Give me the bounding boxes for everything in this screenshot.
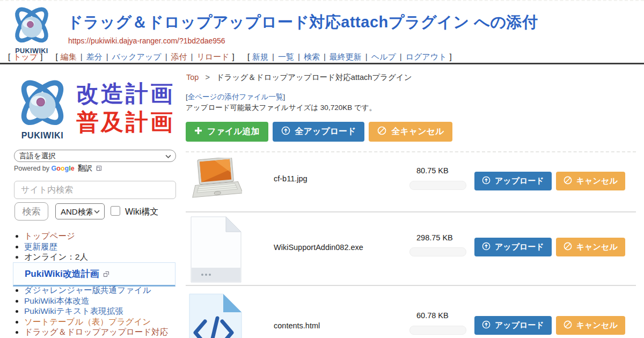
nav-link-backup[interactable]: バックアップ (112, 52, 162, 61)
upload-progress-bar (409, 326, 466, 335)
list-item: ドラッグ＆ドロップアップロード対応attachプラグイン (24, 327, 186, 338)
google-logo: Google (52, 165, 75, 172)
all-attachments-link[interactable]: 全ページの添付ファイル一覧 (188, 93, 283, 101)
nav-group-site-actions: [新規|一覧|検索|最終更新|ヘルプ|ログアウト] (245, 52, 455, 61)
header-divider (0, 63, 644, 64)
nav-link-help[interactable]: ヘルプ (371, 52, 396, 61)
upload-all-button[interactable]: 全アップロード (273, 122, 365, 142)
generic-file-icon (191, 216, 241, 283)
sidebar-logo[interactable]: PUKIWIKI 改造計画 普及計画 (10, 75, 175, 141)
upload-button[interactable]: アップロード (474, 316, 552, 335)
add-files-button[interactable]: ファイル追加 (186, 122, 268, 142)
circle-arrow-up-icon (482, 242, 491, 252)
upload-toolbar: ファイル追加 全アップロード 全キャンセル (186, 122, 452, 142)
ban-icon (564, 320, 572, 330)
list-item: PukiWiki本体改造 (24, 296, 186, 306)
ban-icon (564, 242, 572, 252)
nav-link-recent[interactable]: 最終更新 (330, 52, 362, 61)
file-name: cf-b11.jpg (274, 174, 308, 183)
sidebar-logo-slogan: 改造計画 普及計画 (76, 79, 175, 136)
translate-label[interactable]: 翻訳 (78, 164, 92, 172)
nav-group-page-actions: [編集|差分|バックアップ|添付|リロード] (53, 52, 237, 61)
breadcrumb: Top > ドラッグ＆ドロップアップロード対応attachプラグイン (186, 72, 412, 83)
max-upload-size-text: アップロード可能最大ファイルサイズは 30,720KB です。 (186, 103, 376, 113)
search-button[interactable]: 検索 (14, 202, 48, 221)
nav-link-logout[interactable]: ログアウト (406, 52, 447, 61)
upload-file-row: cf-b11.jpg 80.75 KB アップロード キャンセル (186, 152, 636, 211)
circle-arrow-up-icon (482, 320, 491, 330)
circle-arrow-up-icon (281, 126, 290, 137)
sidebar-heading-link[interactable]: PukiWiki改造計画 (25, 269, 99, 279)
ban-icon (377, 126, 386, 137)
file-size: 60.78 KB (416, 311, 449, 320)
sidebar-link-dragdrop-attach[interactable]: ドラッグ＆ドロップアップロード対応attachプラグイン (24, 327, 168, 338)
nav-link-attach[interactable]: 添付 (171, 52, 187, 61)
plus-icon (194, 127, 202, 137)
cancel-all-button[interactable]: 全キャンセル (369, 122, 452, 142)
file-size: 298.75 KB (416, 233, 453, 242)
wiki-syntax-checkbox[interactable] (111, 206, 120, 216)
language-select-wrap: 言語を選択 (14, 150, 176, 162)
nav-link-search[interactable]: 検索 (304, 52, 320, 61)
html-code-file-icon (189, 293, 242, 338)
cancel-button[interactable]: キャンセル (556, 316, 625, 335)
nav-link-reload[interactable]: リロード (196, 52, 229, 61)
circle-arrow-up-icon (482, 176, 491, 186)
file-name: WikiSupportAddin082.exe (274, 243, 363, 252)
row-actions: アップロード キャンセル (474, 238, 625, 256)
list-item: ソートテーブル（表）プラグイン (24, 317, 186, 327)
wiki-syntax-label: Wiki構文 (125, 207, 158, 218)
list-item: 更新履歴 (24, 242, 185, 252)
top-navigation: [トップ] [編集|差分|バックアップ|添付|リロード] [新規|一覧|検索|最… (5, 52, 460, 62)
list-item: PukiWikiテキスト表現拡張 (24, 306, 186, 317)
upload-button[interactable]: アップロード (474, 238, 552, 256)
pukiwiki-atom-icon: PUKIWIKI (10, 75, 75, 141)
site-logo[interactable]: PUKIWIKI (9, 3, 55, 55)
sidebar-link-text-extension[interactable]: PukiWikiテキスト表現拡張 (24, 306, 123, 315)
language-select[interactable]: 言語を選択 (14, 150, 176, 162)
upload-progress-bar (409, 247, 466, 256)
page-title: ドラッグ＆ドロップアップロード対応attachプラグイン への添付 (67, 12, 604, 33)
nav-group-home: [トップ] (5, 52, 45, 61)
sidebar-link-common-files[interactable]: ダジャレンジャー版共通ファイル (24, 285, 151, 295)
all-attachments-line: [全ページの添付ファイル一覧] (186, 92, 285, 102)
sidebar-link-top-page[interactable]: トップページ (24, 231, 75, 240)
slogan-line-kaizou: 改造計画 (76, 79, 175, 108)
laptop-photo-thumbnail (191, 158, 242, 202)
page-url-link[interactable]: https://pukiwiki.dajya-ranger.com/?1bd2d… (68, 36, 225, 45)
upload-file-row: WikiSupportAddin082.exe 298.75 KB アップロード… (186, 212, 636, 285)
sidebar-online-count: オンライン：2人 (24, 252, 185, 262)
external-link-icon (96, 165, 102, 171)
row-actions: アップロード キャンセル (474, 172, 625, 190)
list-item: ダジャレンジャー版共通ファイル (24, 285, 186, 296)
site-search-input[interactable] (14, 181, 176, 199)
sidebar-section-heading: PukiWiki改造計画 (13, 262, 175, 286)
nav-link-new[interactable]: 新規 (252, 52, 268, 61)
pukiwiki-attach-page: PUKIWIKI ドラッグ＆ドロップアップロード対応attachプラグイン への… (0, 0, 644, 338)
nav-link-list[interactable]: 一覧 (278, 52, 294, 61)
breadcrumb-separator: > (205, 73, 209, 82)
cancel-button[interactable]: キャンセル (556, 238, 625, 256)
search-mode-select[interactable]: AND検索 (55, 203, 105, 219)
search-mode-select-wrap: AND検索 (55, 203, 105, 219)
cancel-button[interactable]: キャンセル (556, 172, 625, 190)
external-link-icon (103, 271, 109, 277)
slogan-line-fukyuu: 普及計画 (76, 108, 175, 136)
row-actions: アップロード キャンセル (474, 316, 625, 335)
upload-file-row: contents.html 60.78 KB アップロード キャンセル (186, 286, 636, 338)
sidebar-link-update-history[interactable]: 更新履歴 (24, 242, 57, 251)
sidebar-link-core-mod[interactable]: PukiWiki本体改造 (24, 296, 89, 305)
breadcrumb-home-link[interactable]: Top (186, 73, 199, 82)
google-translate-attribution: Powered by Google 翻訳 (14, 164, 102, 173)
breadcrumb-current: ドラッグ＆ドロップアップロード対応attachプラグイン (216, 73, 412, 82)
sidebar-section-links: ダジャレンジャー版共通ファイル PukiWiki本体改造 PukiWikiテキス… (15, 285, 186, 338)
nav-link-top[interactable]: トップ (13, 52, 38, 61)
upload-button[interactable]: アップロード (474, 172, 552, 190)
nav-link-diff[interactable]: 差分 (86, 52, 103, 61)
nav-link-edit[interactable]: 編集 (61, 52, 77, 61)
file-size: 80.75 KB (416, 166, 449, 175)
upload-progress-bar (409, 181, 466, 190)
svg-text:PUKIWIKI: PUKIWIKI (21, 130, 63, 140)
ban-icon (564, 176, 572, 186)
sidebar-link-sort-table[interactable]: ソートテーブル（表）プラグイン (24, 317, 151, 326)
